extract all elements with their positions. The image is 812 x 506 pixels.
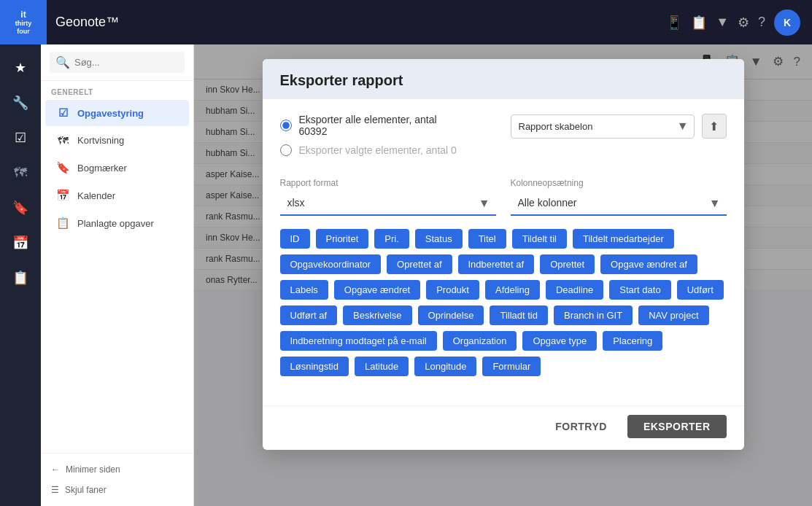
hide-tabs-button[interactable]: ☰ Skjul faner <box>45 480 189 500</box>
mobile-icon[interactable]: 📱 <box>666 15 682 31</box>
nav-icon-planlagte: 📋 <box>55 217 70 230</box>
tag-nav-project[interactable]: NAV project <box>638 305 708 325</box>
nav-item-planlagte[interactable]: 📋 Planlagte opgaver <box>45 210 189 236</box>
nav-icon-kalender: 📅 <box>55 189 70 202</box>
tag-udfrt[interactable]: Udført <box>677 280 724 300</box>
tag-produkt[interactable]: Produkt <box>426 280 479 300</box>
modal-overlay: Eksporter rapport Eksporter alle element… <box>194 44 812 506</box>
tag-opgave-type[interactable]: Opgave type <box>522 331 597 351</box>
format-group: Rapport format xlsx ▼ <box>280 178 496 216</box>
tag-afdeling[interactable]: Afdeling <box>485 280 540 300</box>
tag-tilladt-tid[interactable]: Tilladt tid <box>490 305 548 325</box>
nav-panel: 🔍 GENERELT ☑ Opgavestyring 🗺 Kortvisning… <box>41 44 194 506</box>
columns-select-wrap: Alle kolonner ▼ <box>511 191 727 216</box>
sidebar: ★ 🔧 ☑ 🗺 🔖 📅 📋 <box>0 44 41 506</box>
tag-id[interactable]: ID <box>280 229 310 249</box>
nav-icon-opgavestyring: ☑ <box>55 106 70 120</box>
nav-bottom: ← Minimer siden ☰ Skjul faner <box>41 453 193 506</box>
export-options: Eksporter alle elementer, antal 60392 Ek… <box>280 114 727 163</box>
main-layout: ★ 🔧 ☑ 🗺 🔖 📅 📋 🔍 GENERELT ☑ Opgavestyring… <box>0 44 812 506</box>
radio-group: Eksporter alle elementer, antal 60392 Ek… <box>280 114 496 163</box>
modal-body: Eksporter alle elementer, antal 60392 Ek… <box>263 99 744 405</box>
tag-tildelt-til[interactable]: Tildelt til <box>512 229 567 249</box>
sidebar-icon-star[interactable]: ★ <box>6 53 35 82</box>
template-select[interactable]: Rapport skabelon <box>511 114 695 139</box>
content-area: 📱 📋 ▼ ⚙ ? inn Skov He... 5/3-2024 ... Fi… <box>194 44 812 506</box>
tag-status[interactable]: Status <box>415 229 463 249</box>
export-selected-label: Eksporter valgte elementer, antal 0 <box>299 144 457 156</box>
export-all-radio[interactable] <box>280 120 292 131</box>
format-row: Rapport format xlsx ▼ Kolonneopsætning <box>280 178 727 216</box>
tag-oprettet[interactable]: Oprettet <box>540 254 595 274</box>
minimize-sidebar-button[interactable]: ← Minimer siden <box>45 459 189 480</box>
sidebar-icon-tools[interactable]: 🔧 <box>6 88 35 117</box>
tag-deadline[interactable]: Deadline <box>546 280 603 300</box>
nav-item-kalender[interactable]: 📅 Kalender <box>45 182 189 209</box>
clipboard-icon[interactable]: 📋 <box>691 15 707 31</box>
export-all-option[interactable]: Eksporter alle elementer, antal 60392 <box>280 114 496 137</box>
tag-start-dato[interactable]: Start dato <box>609 280 670 300</box>
nav-label-kortvisning: Kortvisning <box>77 135 124 146</box>
tag-oprindelse[interactable]: Oprindelse <box>418 305 484 325</box>
tag-organization[interactable]: Organization <box>443 331 517 351</box>
template-area: Rapport skabelon ▼ ⬆ <box>511 114 727 139</box>
tag-pri[interactable]: Pri. <box>374 229 409 249</box>
tag-opgavekoordinator[interactable]: Opgavekoordinator <box>280 254 382 274</box>
header-actions: 📱 📋 ▼ ⚙ ? K <box>666 9 800 36</box>
nav-icon-kortvisning: 🗺 <box>55 134 70 147</box>
nav-item-bogmaerker[interactable]: 🔖 Bogmærker <box>45 155 189 181</box>
sidebar-icon-scheduled[interactable]: 📋 <box>6 263 35 292</box>
nav-section-label: GENERELT <box>41 81 193 99</box>
nav-icon-bogmaerker: 🔖 <box>55 161 70 174</box>
export-button[interactable]: EKSPORTER <box>627 415 727 438</box>
columns-group: Kolonneopsætning Alle kolonner ▼ <box>511 178 727 216</box>
tag-opgave-ndret-af[interactable]: Opgave ændret af <box>600 254 697 274</box>
tag-prioritet[interactable]: Prioritet <box>316 229 369 249</box>
cancel-button[interactable]: FORTRYD <box>544 415 619 438</box>
tag-indberettet-af[interactable]: Indberettet af <box>458 254 535 274</box>
tag-placering[interactable]: Placering <box>603 331 662 351</box>
tag-udfrt-af[interactable]: Udført af <box>280 305 338 325</box>
template-select-wrap: Rapport skabelon ▼ <box>511 114 695 139</box>
user-avatar[interactable]: K <box>774 9 800 36</box>
format-select-wrap: xlsx ▼ <box>280 191 496 216</box>
tag-formular[interactable]: Formular <box>482 357 541 376</box>
nav-item-opgavestyring[interactable]: ☑ Opgavestyring <box>45 100 189 126</box>
search-input[interactable] <box>74 57 179 68</box>
columns-select[interactable]: Alle kolonner <box>511 191 727 216</box>
tag-indberetning-modtaget-p-e-mail[interactable]: Indberetning modtaget på e-mail <box>280 331 437 351</box>
sidebar-icon-calendar[interactable]: 📅 <box>6 228 35 257</box>
tag-longitude[interactable]: Longitude <box>414 357 476 376</box>
format-select[interactable]: xlsx <box>280 191 496 216</box>
app-name: Geonote™ <box>55 15 666 30</box>
tag-labels[interactable]: Labels <box>280 280 328 300</box>
search-wrap[interactable]: 🔍 <box>50 52 185 73</box>
tag-lsningstid[interactable]: Løsningstid <box>280 357 349 376</box>
tag-beskrivelse[interactable]: Beskrivelse <box>343 305 411 325</box>
tag-opgave-ndret[interactable]: Opgave ændret <box>334 280 420 300</box>
nav-item-kortvisning[interactable]: 🗺 Kortvisning <box>45 128 189 153</box>
upload-template-button[interactable]: ⬆ <box>702 114 727 139</box>
format-label: Rapport format <box>280 178 496 188</box>
help-icon[interactable]: ? <box>758 15 765 30</box>
settings-icon[interactable]: ⚙ <box>738 15 749 31</box>
tag-tildelt-medarbejder[interactable]: Tildelt medarbejder <box>573 229 674 249</box>
tag-branch-in-git[interactable]: Branch in GIT <box>554 305 633 325</box>
minimize-label: Minimer siden <box>66 464 120 475</box>
filter-icon[interactable]: ▼ <box>716 15 729 30</box>
export-selected-option[interactable]: Eksporter valgte elementer, antal 0 <box>280 144 496 156</box>
export-selected-radio[interactable] <box>280 144 292 156</box>
tag-latitude[interactable]: Latitude <box>355 357 409 376</box>
hide-tabs-label: Skjul faner <box>65 485 107 495</box>
tag-oprettet-af[interactable]: Oprettet af <box>387 254 452 274</box>
sidebar-icon-task[interactable]: ☑ <box>6 123 35 152</box>
nav-label-bogmaerker: Bogmærker <box>77 163 127 174</box>
modal-footer: FORTRYD EKSPORTER <box>263 405 744 450</box>
search-bar: 🔍 <box>41 44 193 81</box>
export-modal: Eksporter rapport Eksporter alle element… <box>263 59 744 450</box>
app-header: it thirty four Geonote™ 📱 📋 ▼ ⚙ ? K <box>0 0 812 44</box>
sidebar-icon-bookmark[interactable]: 🔖 <box>6 193 35 222</box>
minimize-icon: ← <box>51 464 60 475</box>
tag-titel[interactable]: Titel <box>468 229 506 249</box>
sidebar-icon-map[interactable]: 🗺 <box>6 158 35 187</box>
